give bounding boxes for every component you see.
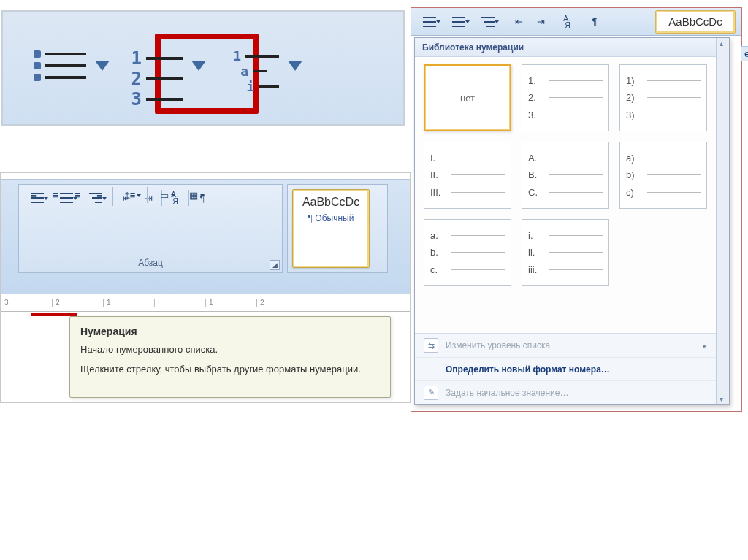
dropdown-footer: ⇆ Изменить уровень списка ▸ Определить н… <box>415 333 716 404</box>
shading-button[interactable]: ▭ <box>150 186 178 204</box>
define-new-number-format-item[interactable]: Определить новый формат номера… <box>415 357 716 380</box>
numbering-button-zoomed[interactable]: 1 2 3 <box>127 44 206 88</box>
zoomed-list-buttons-strip: 1 2 3 1 a i <box>1 10 405 126</box>
indent-icon: ⇆ <box>424 338 438 353</box>
set-numbering-value-item: ✎ Задать начальное значение… <box>415 380 716 404</box>
numbering-library-panel: ⇤ ⇥ А↓Я ¶ AaBbCcDc AaB ез Библиотека нум… <box>411 7 742 412</box>
styles-group: AaBbCcDc ¶ Обычный <box>287 184 388 273</box>
header-overflow-fragment: ез <box>741 46 748 61</box>
numbering-tile-roman-upper[interactable]: I. II. III. <box>424 142 511 209</box>
numbering-tile-decimal-dot[interactable]: 1. 2. 3. <box>522 64 609 131</box>
align-right-button[interactable]: ≡ <box>67 186 88 204</box>
numbering-tile-roman-lower[interactable]: i. ii. iii. <box>522 219 609 286</box>
style-name-label: ¶ Обычный <box>293 213 369 223</box>
justify-button[interactable]: ≡ <box>89 186 110 204</box>
numbering-tile-alpha-lower-paren[interactable]: a) b) c) <box>619 142 707 209</box>
numbering-tile-decimal-paren[interactable]: 1) 2) 3) <box>619 64 707 131</box>
group-label: Абзац <box>19 258 282 268</box>
tooltip-title: Нумерация <box>80 326 380 337</box>
paragraph-ribbon-group: ⇤ ⇥ А↓Я ¶ ≡ ≡ ≡ ≡ ‡≡ ▭ ▦ Абзац ◢ <box>1 179 410 294</box>
tooltip-line2: Щелкните стрелку, чтобы выбрать другие ф… <box>80 363 380 377</box>
multilevel-list-button[interactable] <box>474 12 502 31</box>
paragraph-group: ⇤ ⇥ А↓Я ¶ ≡ ≡ ≡ ≡ ‡≡ ▭ ▦ Абзац ◢ <box>18 184 283 273</box>
horizontal-ruler[interactable]: 32 1· 12 <box>1 294 410 312</box>
tooltip-line1: Начало нумерованного списка. <box>80 343 380 357</box>
numbering-tile-alpha-upper[interactable]: A. B. C. <box>522 142 609 209</box>
number-edit-icon: ✎ <box>424 386 438 400</box>
line-spacing-button[interactable]: ‡≡ <box>116 186 144 204</box>
increase-indent-button[interactable]: ⇥ <box>530 12 551 31</box>
mini-ribbon: ⇤ ⇥ А↓Я ¶ AaBbCcDc <box>411 8 741 36</box>
align-center-button[interactable]: ≡ <box>45 186 66 204</box>
bullets-button-zoomed[interactable] <box>31 44 110 88</box>
ribbon-tooltip-panel: ⇤ ⇥ А↓Я ¶ ≡ ≡ ≡ ≡ ‡≡ ▭ ▦ Абзац ◢ <box>0 172 411 403</box>
decrease-indent-button[interactable]: ⇤ <box>508 12 529 31</box>
numbering-dropdown: Библиотека нумерации нет 1. 2. 3. 1) 2) … <box>414 37 730 405</box>
bullets-button[interactable] <box>416 12 443 31</box>
multilevel-button-zoomed[interactable]: 1 a i <box>224 44 302 88</box>
dropdown-header: Библиотека нумерации <box>415 38 729 57</box>
chevron-down-icon[interactable] <box>95 61 110 71</box>
sort-button[interactable]: А↓Я <box>557 12 578 31</box>
show-paragraph-marks-button[interactable]: ¶ <box>584 12 605 31</box>
numbering-tile-alpha-lower-dot[interactable]: a. b. c. <box>424 219 511 286</box>
style-sample-tile[interactable]: AaBbCcDc <box>655 10 736 34</box>
chevron-down-icon[interactable] <box>191 61 206 71</box>
style-normal[interactable]: AaBbCcDc ¶ Обычный <box>292 189 370 268</box>
style-sample-text: AaBbCcDc <box>293 196 369 209</box>
borders-button[interactable]: ▦ <box>180 186 207 204</box>
numbering-tile-none[interactable]: нет <box>424 64 511 131</box>
chevron-right-icon: ▸ <box>703 341 707 350</box>
dialog-launcher-icon[interactable]: ◢ <box>270 260 280 270</box>
chevron-down-icon[interactable] <box>288 61 302 71</box>
numbering-tooltip: Нумерация Начало нумерованного списка. Щ… <box>69 316 391 398</box>
scrollbar[interactable] <box>716 38 729 404</box>
align-left-button[interactable]: ≡ <box>23 186 44 204</box>
numbering-button[interactable] <box>445 12 473 31</box>
change-list-level-item: ⇆ Изменить уровень списка ▸ <box>415 334 716 357</box>
